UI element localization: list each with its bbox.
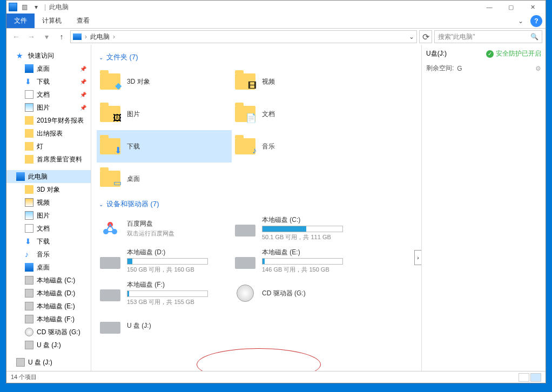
folder-icon: ◆ <box>100 73 120 90</box>
folder-icon: ▭ <box>100 171 120 187</box>
forward-button[interactable]: → <box>25 30 38 43</box>
section-devices[interactable]: ⌄ 设备和驱动器 (7) <box>99 199 416 209</box>
tree-documents-2[interactable]: 文档 <box>6 222 91 235</box>
pictures-icon <box>25 211 33 220</box>
tree-documents[interactable]: 文档📌 <box>6 88 91 101</box>
search-placeholder: 搜索"此电脑" <box>438 32 475 42</box>
tree-usb-j[interactable]: U 盘 (J:) <box>6 339 91 352</box>
tree-pictures-2[interactable]: 图片 <box>6 209 91 222</box>
drive-e[interactable]: 本地磁盘 (E:)146 GB 可用，共 150 GB <box>232 245 367 277</box>
drive-c[interactable]: 本地磁盘 (C:)50.1 GB 可用，共 111 GB <box>232 212 367 245</box>
tree-folder-quality[interactable]: 首席质量官资料 <box>6 153 91 166</box>
minimize-button[interactable]: — <box>479 1 500 13</box>
recent-dropdown-icon[interactable]: ▾ <box>40 30 53 43</box>
section-folders[interactable]: ⌄ 文件夹 (7) <box>99 52 416 62</box>
drive-d[interactable]: 本地磁盘 (D:)150 GB 可用，共 160 GB <box>97 245 232 277</box>
nav-tree[interactable]: ★快速访问 桌面📌 ⬇下载📌 文档📌 图片📌 2019年财务报表 出纳报表 灯 … <box>6 45 91 371</box>
space-value: G <box>457 65 462 72</box>
tree-folder-cashier[interactable]: 出纳报表 <box>6 127 91 140</box>
address-dropdown-icon[interactable]: ⌄ <box>409 33 414 40</box>
back-button[interactable]: ← <box>10 30 23 43</box>
tab-view[interactable]: 查看 <box>69 13 97 28</box>
cd-icon <box>237 285 254 302</box>
space-bar <box>127 258 208 265</box>
preview-title: U盘(J:) <box>426 49 447 58</box>
tree-this-pc[interactable]: 此电脑 <box>6 170 91 183</box>
folder-documents[interactable]: 📄文档 <box>232 98 367 130</box>
tree-pictures[interactable]: 图片📌 <box>6 101 91 114</box>
search-icon[interactable]: 🔍 <box>530 33 538 40</box>
folder-music[interactable]: ♪音乐 <box>232 130 367 163</box>
breadcrumb-separator-icon[interactable]: › <box>113 33 115 40</box>
drive-cd-g[interactable]: CD 驱动器 (G:) <box>232 277 367 309</box>
qat-dropdown-icon[interactable]: ▾ <box>31 2 41 12</box>
tree-music[interactable]: ♪音乐 <box>6 248 91 261</box>
tree-quick-access[interactable]: ★快速访问 <box>6 49 91 62</box>
drive-icon <box>235 225 255 236</box>
baidu-icon <box>100 219 120 238</box>
video-icon <box>25 198 33 207</box>
preview-pane-toggle[interactable]: › <box>414 250 421 265</box>
folder-icon <box>25 116 33 125</box>
view-details-button[interactable] <box>519 373 529 382</box>
usb-icon <box>25 341 33 349</box>
tree-desktop[interactable]: 桌面📌 <box>6 62 91 75</box>
tree-video[interactable]: 视频 <box>6 196 91 209</box>
tab-file[interactable]: 文件 <box>6 13 35 28</box>
drive-icon <box>25 276 33 285</box>
folder-video[interactable]: 🎞视频 <box>232 65 367 98</box>
tree-folder-light[interactable]: 灯 <box>6 140 91 153</box>
tab-computer[interactable]: 计算机 <box>35 13 69 28</box>
ribbon-expand-icon[interactable]: ⌄ <box>514 13 527 28</box>
tree-desktop-2[interactable]: 桌面 <box>6 261 91 274</box>
tree-drive-c[interactable]: 本地磁盘 (C:) <box>6 274 91 287</box>
navigation-row: ← → ▾ ↑ › 此电脑 › ⌄ ⟳ 搜索"此电脑" 🔍 <box>6 29 546 45</box>
star-icon: ★ <box>16 51 25 60</box>
item-count: 14 个项目 <box>11 373 37 381</box>
drive-baidu[interactable]: 百度网盘双击运行百度网盘 <box>97 212 232 245</box>
folder-icon <box>25 142 33 151</box>
space-bar <box>262 226 343 232</box>
search-input[interactable]: 搜索"此电脑" 🔍 <box>434 30 542 43</box>
music-icon: ♪ <box>25 250 33 259</box>
app-icon <box>9 3 17 11</box>
refresh-button[interactable]: ⟳ <box>419 30 432 43</box>
breadcrumb-this-pc[interactable]: 此电脑 <box>90 32 110 42</box>
drive-usb-j[interactable]: U 盘 (J:) <box>97 309 232 342</box>
security-status[interactable]: ✓安全防护已开启 <box>486 49 541 58</box>
maximize-button[interactable]: ▢ <box>500 1 522 13</box>
drive-icon <box>100 257 120 269</box>
window-title: 此电脑 <box>49 3 69 12</box>
status-bar: 14 个项目 <box>6 371 546 383</box>
up-button[interactable]: ↑ <box>55 30 68 43</box>
tree-3d-objects[interactable]: 3D 对象 <box>6 183 91 196</box>
tree-drive-d[interactable]: 本地磁盘 (D:) <box>6 287 91 300</box>
tree-downloads[interactable]: ⬇下载📌 <box>6 75 91 88</box>
tree-usb-j-root[interactable]: U 盘 (J:) <box>6 356 91 369</box>
titlebar: ▥ ▾ | 此电脑 — ▢ ✕ <box>6 1 546 13</box>
close-button[interactable]: ✕ <box>522 1 543 13</box>
folder-downloads[interactable]: ⬇下载 <box>97 130 232 163</box>
qat-properties-icon[interactable]: ▥ <box>19 2 29 12</box>
folder-pictures[interactable]: 🖼图片 <box>97 98 232 130</box>
folder-icon <box>25 185 33 194</box>
tree-cd-g[interactable]: CD 驱动器 (G:) <box>6 326 91 339</box>
help-icon[interactable]: ? <box>530 15 542 27</box>
folder-desktop[interactable]: ▭桌面 <box>97 163 232 195</box>
preview-pane: U盘(J:) ✓安全防护已开启 剩余空间: G ⚙ <box>421 45 546 371</box>
drive-f[interactable]: 本地磁盘 (F:)153 GB 可用，共 155 GB <box>97 277 232 309</box>
address-bar[interactable]: › 此电脑 › ⌄ <box>70 30 417 43</box>
tree-folder-finance[interactable]: 2019年财务报表 <box>6 114 91 127</box>
content-pane[interactable]: ⌄ 文件夹 (7) ◆3D 对象 🎞视频 🖼图片 📄文档 ⬇下载 ♪音乐 ▭桌面… <box>91 45 421 371</box>
folder-icon: 🎞 <box>235 73 255 90</box>
view-tiles-button[interactable] <box>530 373 541 382</box>
folder-3d-objects[interactable]: ◆3D 对象 <box>97 65 232 98</box>
desktop-icon <box>25 263 33 272</box>
space-bar <box>262 258 343 265</box>
tree-drive-f[interactable]: 本地磁盘 (F:) <box>6 313 91 326</box>
tree-downloads-2[interactable]: ⬇下载 <box>6 235 91 248</box>
ribbon: 文件 计算机 查看 ⌄ ? <box>6 13 546 29</box>
gear-icon[interactable]: ⚙ <box>535 65 541 72</box>
tree-drive-e[interactable]: 本地磁盘 (E:) <box>6 300 91 313</box>
drive-icon <box>235 257 255 269</box>
